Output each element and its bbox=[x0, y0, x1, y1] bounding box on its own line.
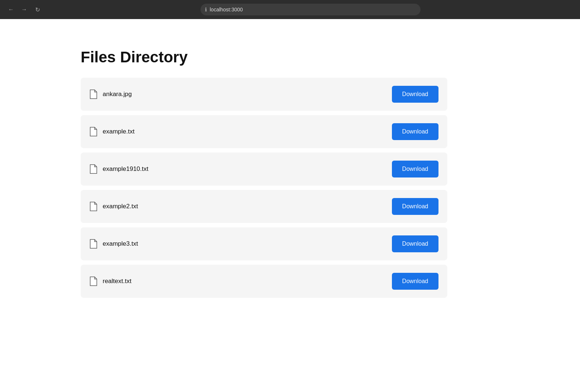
download-button-5[interactable]: Download bbox=[392, 235, 438, 252]
file-item: realtext.txt Download bbox=[81, 265, 447, 298]
page-title: Files Directory bbox=[81, 48, 477, 66]
nav-buttons: ← → ↻ bbox=[6, 4, 43, 15]
refresh-icon: ↻ bbox=[35, 6, 40, 13]
file-item: example2.txt Download bbox=[81, 190, 447, 223]
file-info: example1910.txt bbox=[89, 164, 148, 174]
download-button-6[interactable]: Download bbox=[392, 273, 438, 290]
file-item: example1910.txt Download bbox=[81, 153, 447, 186]
file-name: ankara.jpg bbox=[103, 91, 132, 98]
file-info: example.txt bbox=[89, 127, 135, 136]
file-icon bbox=[89, 89, 98, 99]
url-text: localhost:3000 bbox=[210, 7, 243, 12]
file-item: ankara.jpg Download bbox=[81, 78, 447, 111]
file-icon bbox=[89, 239, 98, 249]
file-info: example3.txt bbox=[89, 239, 138, 249]
back-button[interactable]: ← bbox=[6, 4, 16, 15]
download-button-1[interactable]: Download bbox=[392, 86, 438, 103]
file-name: example1910.txt bbox=[103, 165, 148, 173]
file-item: example3.txt Download bbox=[81, 227, 447, 260]
info-icon: ℹ bbox=[205, 7, 207, 12]
file-info: ankara.jpg bbox=[89, 89, 132, 99]
address-bar[interactable]: ℹ localhost:3000 bbox=[201, 4, 421, 15]
page-content: Files Directory ankara.jpg Download bbox=[0, 19, 477, 331]
file-icon bbox=[89, 164, 98, 174]
file-name: example.txt bbox=[103, 128, 135, 135]
file-item: example.txt Download bbox=[81, 115, 447, 148]
file-icon bbox=[89, 276, 98, 286]
file-info: realtext.txt bbox=[89, 276, 131, 286]
refresh-button[interactable]: ↻ bbox=[32, 4, 43, 15]
forward-icon: → bbox=[21, 6, 27, 13]
download-button-3[interactable]: Download bbox=[392, 161, 438, 177]
file-list: ankara.jpg Download example.txt Download bbox=[81, 78, 447, 302]
browser-chrome: ← → ↻ ℹ localhost:3000 bbox=[0, 0, 580, 19]
file-name: example2.txt bbox=[103, 203, 138, 210]
file-icon bbox=[89, 127, 98, 136]
file-name: realtext.txt bbox=[103, 278, 131, 285]
forward-button[interactable]: → bbox=[19, 4, 29, 15]
file-info: example2.txt bbox=[89, 202, 138, 211]
file-icon bbox=[89, 202, 98, 211]
download-button-4[interactable]: Download bbox=[392, 198, 438, 215]
back-icon: ← bbox=[8, 6, 14, 13]
file-name: example3.txt bbox=[103, 240, 138, 248]
download-button-2[interactable]: Download bbox=[392, 123, 438, 140]
